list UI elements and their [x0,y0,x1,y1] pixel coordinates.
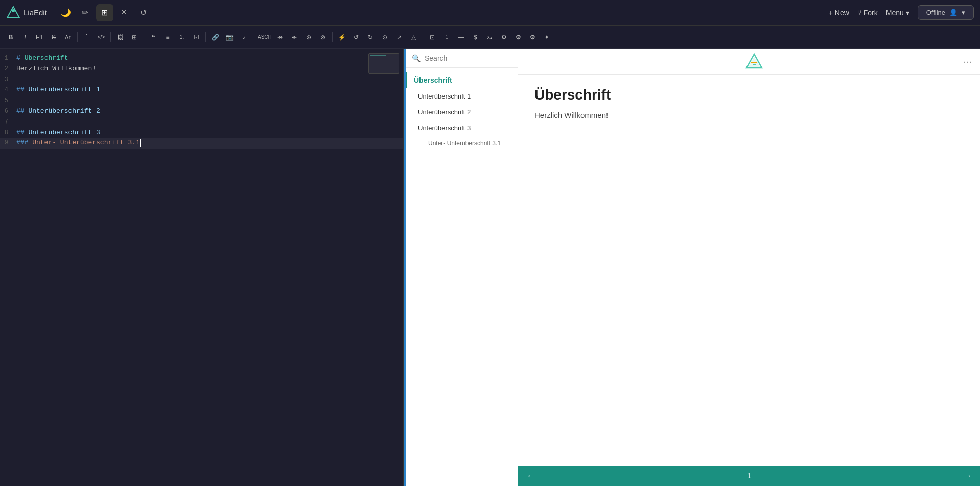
line-number: 3 [0,75,16,85]
subscript-button[interactable]: x₂ [483,31,496,44]
line-content[interactable]: ## Unterüberschrift 3 [16,128,399,138]
dollar-button[interactable]: $ [469,31,482,44]
table-row: 3 [0,75,403,85]
ref-button[interactable]: ↺ [349,31,363,44]
line-content[interactable]: ## Unterüberschrift 1 [16,85,399,95]
settings3-button[interactable]: ⚙ [526,31,539,44]
image-button[interactable]: 🖼 [113,31,127,44]
text-cursor [140,139,141,147]
table-row: 7 [0,117,403,128]
survey-button[interactable]: ⊙ [378,31,391,44]
list-item[interactable]: Überschrift [406,72,518,88]
new-button[interactable]: + New [829,9,849,17]
superscript-button[interactable]: A↑ [61,31,75,44]
preview-footer: ← 1 → [518,466,980,486]
code-block-button[interactable]: </> [95,31,108,44]
table-row: 1 # Überschrift [0,53,403,64]
list-item[interactable]: Unterüberschrift 3 [406,120,518,136]
ascii-art-button[interactable]: ASCII [256,31,272,44]
line-content[interactable] [16,75,399,85]
strikethrough-button[interactable]: S [47,31,60,44]
line-number: 2 [0,64,16,74]
settings-button[interactable]: ⚙ [497,31,510,44]
ordered-list-button[interactable]: 1. [175,31,189,44]
nav-right: + New ⑂ Fork Menu ▾ Offline 👤 ▾ [829,5,974,20]
line-number: 5 [0,95,16,106]
toolbar-separator-2 [110,32,111,42]
arrow-down-button[interactable]: ⤵ [440,31,453,44]
editor-panel: 1 # Überschrift 2 Herzlich Willkommen! 3… [0,49,404,486]
table-button[interactable]: ⊞ [128,31,141,44]
line-content[interactable]: ### Unter- Unterüberschrift 3.1 [16,138,399,149]
ref3-button[interactable]: ↗ [392,31,406,44]
line-number: 6 [0,106,16,116]
toc-panel: 🔍 Überschrift Unterüberschrift 1 Unterüb… [406,49,518,486]
top-navigation: LiaEdit 🌙 ✏ ⊞ 👁 ↺ + New ⑂ Fork Menu ▾ Of… [0,0,980,26]
music-button[interactable]: ♪ [237,31,250,44]
effect-right-button[interactable]: ↠ [273,31,287,44]
split-mode-button[interactable]: ⊞ [96,4,113,21]
blockquote-button[interactable]: ❝ [147,31,160,44]
toc-search-area: 🔍 [406,49,518,68]
app-logo-icon [6,6,20,20]
table-row: 6 ## Unterüberschrift 2 [0,106,403,117]
unordered-list-button[interactable]: ≡ [161,31,174,44]
toc-items-list: Überschrift Unterüberschrift 1 Unterüber… [406,68,518,486]
theme-toggle-button[interactable]: 🌙 [57,4,75,21]
history-button[interactable]: ↺ [135,4,152,21]
code-editor[interactable]: 1 # Überschrift 2 Herzlich Willkommen! 3… [0,49,403,486]
line-content[interactable] [16,117,399,128]
link-button[interactable]: 🔗 [208,31,222,44]
bold-button[interactable]: B [4,31,17,44]
ref2-button[interactable]: ↻ [364,31,377,44]
offline-chevron-icon: ▾ [962,9,965,16]
effect-icon-button[interactable]: ⊛ [302,31,315,44]
preview-mode-button[interactable]: 👁 [115,4,133,21]
star-settings-button[interactable]: ✦ [540,31,553,44]
photo-button[interactable]: 📷 [223,31,236,44]
italic-button[interactable]: I [18,31,32,44]
table-row: 9 ### Unter- Unterüberschrift 3.1 [0,138,403,149]
minimap-thumbnail [368,53,399,74]
effect-close-button[interactable]: ⊗ [316,31,330,44]
task-list-button[interactable]: ☑ [190,31,203,44]
inline-code-button[interactable]: ` [80,31,94,44]
list-item[interactable]: Unterüberschrift 2 [406,104,518,120]
search-icon: 🔍 [412,54,421,62]
main-content: 1 # Überschrift 2 Herzlich Willkommen! 3… [0,49,980,486]
line-content[interactable]: Herzlich Willkommen! [16,64,399,75]
search-input[interactable] [425,54,511,62]
offline-button[interactable]: Offline 👤 ▾ [918,5,974,20]
triangle-button[interactable]: △ [407,31,420,44]
line-content[interactable] [16,95,399,106]
preview-body: Herzlich Willkommen! [534,109,964,121]
formatting-toolbar: B I H1 S A↑ ` </> 🖼 ⊞ ❝ ≡ 1. ☑ 🔗 📷 ♪ ASC… [0,26,980,49]
preview-more-button[interactable]: ··· [963,56,972,67]
settings2-button[interactable]: ⚙ [511,31,525,44]
table-row: 4 ## Unterüberschrift 1 [0,85,403,95]
macro-button[interactable]: ⚡ [335,31,348,44]
list-item[interactable]: Unterüberschrift 1 [406,88,518,104]
dash-button[interactable]: — [454,31,468,44]
h1-button[interactable]: H1 [33,31,46,44]
line-content[interactable]: # Überschrift [16,53,399,64]
prev-page-button[interactable]: ← [526,471,535,481]
table-row: 5 [0,95,403,106]
effect-left-button[interactable]: ↞ [288,31,301,44]
list-item[interactable]: Unter- Unterüberschrift 3.1 [406,136,518,151]
preview-content-area: Überschrift Herzlich Willkommen! [518,75,980,466]
edit-mode-button[interactable]: ✏ [77,4,94,21]
table-row: 2 Herzlich Willkommen! [0,64,403,75]
line-number: 1 [0,53,16,63]
preview-panel: ··· Überschrift Herzlich Willkommen! ← 1… [518,49,980,486]
fork-button[interactable]: ⑂ Fork [857,9,878,17]
menu-button[interactable]: Menu ▾ [886,9,909,17]
next-page-button[interactable]: → [963,471,972,481]
offline-user-icon: 👤 [949,9,958,16]
toolbar-separator-3 [144,32,144,42]
preview-header: ··· [518,49,980,75]
grid-button[interactable]: ⊡ [426,31,439,44]
line-content[interactable]: ## Unterüberschrift 2 [16,106,399,117]
line-number: 7 [0,117,16,127]
liascript-logo-icon [745,53,763,71]
